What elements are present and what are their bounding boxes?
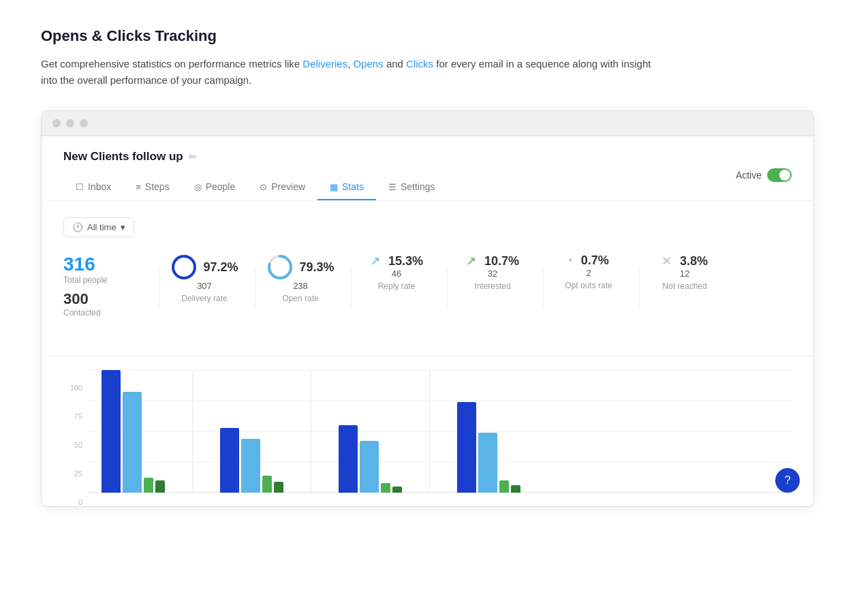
reply-rate-icon: ↗ [370, 253, 380, 268]
preview-icon: ⊙ [260, 182, 267, 192]
bar-3-green2 [392, 487, 402, 493]
help-button[interactable]: ? [775, 468, 800, 493]
open-rate-stat: 79.3% 238 Open rate [266, 253, 335, 303]
time-filter-button[interactable]: 🕐 All time ▾ [63, 217, 134, 237]
bar-3-dark [339, 425, 358, 493]
y-label-100: 100 [63, 384, 82, 392]
tab-steps[interactable]: ≡ Steps [123, 174, 181, 200]
delivery-rate-count: 307 [197, 281, 212, 291]
not-reached-label: Not reached [662, 281, 706, 291]
bar-4-dark [457, 402, 476, 493]
not-reached-pct: 3.8% [680, 254, 708, 268]
opt-outs-pct: 0.7% [581, 253, 609, 268]
y-label-25: 25 [63, 469, 82, 478]
stats-divider-5 [543, 268, 544, 309]
bar-3-light [360, 441, 379, 493]
bar-group-4 [457, 402, 520, 493]
stats-icon: ▦ [330, 182, 338, 192]
open-rate-metric: 79.3% [266, 253, 334, 281]
total-people-value: 316 [63, 253, 131, 275]
y-label-0: 0 [63, 498, 82, 506]
opt-outs-icon: • [568, 253, 572, 268]
stats-divider-4 [447, 268, 448, 309]
active-toggle[interactable] [767, 168, 792, 182]
people-icon: ◎ [194, 182, 202, 192]
total-people-stat: 316 Total people 300 Contacted [63, 253, 131, 323]
stats-divider-1 [159, 268, 159, 309]
interested-stat: ↗ 10.7% 32 Interested [458, 253, 527, 291]
browser-dot-3 [80, 119, 88, 127]
campaign-title: New Clients follow up [63, 150, 183, 164]
stats-divider-2 [255, 268, 255, 309]
settings-icon: ☰ [388, 182, 397, 192]
bar-group-2 [220, 428, 283, 493]
delivery-rate-metric: 97.2% [170, 253, 238, 281]
browser-dot-2 [66, 119, 74, 127]
tab-inbox-label: Inbox [88, 181, 111, 192]
reply-rate-metric: ↗ 15.3% [370, 253, 423, 268]
bar-group-3 [339, 425, 402, 493]
page-description: Get comprehensive statistics on performa… [41, 56, 654, 89]
clicks-link[interactable]: Clicks [406, 58, 433, 70]
chart-section: 100 75 50 25 0 [42, 356, 813, 506]
tab-inbox[interactable]: ☐ Inbox [63, 174, 123, 200]
campaign-title-row: New Clients follow up ✏ [63, 150, 448, 164]
deliveries-link[interactable]: Deliveries [302, 58, 347, 70]
interested-metric: ↗ 10.7% [466, 253, 519, 268]
chevron-down-icon: ▾ [121, 222, 125, 232]
chart-divider-2 [311, 370, 311, 493]
interested-count: 32 [488, 268, 497, 279]
interested-label: Interested [474, 281, 510, 291]
open-rate-count: 238 [293, 281, 308, 291]
total-people-label: Total people [63, 275, 131, 285]
interested-icon: ↗ [466, 253, 476, 268]
inbox-icon: ☐ [76, 182, 84, 192]
delivery-rate-ring [170, 253, 198, 281]
chart-area [88, 370, 792, 506]
bar-group-1 [102, 370, 165, 493]
bar-1-green1 [144, 478, 153, 493]
contacted-label: Contacted [63, 308, 131, 318]
tab-people[interactable]: ◎ People [182, 174, 248, 200]
chart-divider-1 [192, 370, 193, 493]
tab-preview[interactable]: ⊙ Preview [247, 174, 317, 200]
browser-window: New Clients follow up ✏ ☐ Inbox ≡ Steps … [41, 110, 814, 507]
active-label: Active [736, 170, 762, 181]
stats-divider-6 [639, 268, 640, 309]
delivery-rate-label: Delivery rate [181, 294, 227, 303]
tab-steps-label: Steps [145, 181, 170, 192]
bar-4-light [478, 433, 497, 493]
opt-outs-stat: • 0.7% 2 Opt outs rate [555, 253, 623, 290]
opt-outs-label: Opt outs rate [565, 281, 612, 290]
stats-divider-3 [351, 268, 352, 309]
help-icon: ? [785, 474, 791, 487]
edit-icon[interactable]: ✏ [189, 151, 197, 162]
not-reached-count: 12 [680, 268, 689, 279]
nav-tabs: ☐ Inbox ≡ Steps ◎ People ⊙ Preview [63, 174, 448, 200]
tab-stats[interactable]: ▦ Stats [317, 174, 376, 200]
not-reached-icon: ✕ [662, 253, 672, 268]
not-reached-metric: ✕ 3.8% [662, 253, 708, 268]
tab-settings[interactable]: ☰ Settings [376, 174, 448, 200]
time-filter-label: All time [87, 222, 116, 232]
interested-pct: 10.7% [484, 254, 519, 268]
reply-rate-pct: 15.3% [388, 254, 423, 268]
tab-settings-label: Settings [401, 181, 435, 192]
open-rate-ring [266, 253, 294, 281]
browser-dot-1 [52, 119, 61, 127]
bar-2-dark [220, 428, 239, 493]
browser-toolbar [42, 111, 813, 136]
bar-4-green2 [511, 485, 520, 493]
y-label-50: 50 [63, 441, 82, 449]
page-title: Opens & Clicks Tracking [41, 27, 814, 45]
chart-divider-3 [429, 370, 430, 493]
svg-point-1 [173, 256, 195, 278]
clock-icon: 🕐 [72, 222, 83, 232]
opens-link[interactable]: Opens [354, 58, 384, 70]
reply-rate-label: Reply rate [378, 281, 416, 291]
filter-row: 🕐 All time ▾ [63, 217, 792, 237]
bar-2-green1 [262, 476, 272, 493]
bar-1-green2 [155, 480, 165, 493]
contacted-value: 300 [63, 290, 131, 308]
opt-outs-count: 2 [586, 268, 591, 278]
